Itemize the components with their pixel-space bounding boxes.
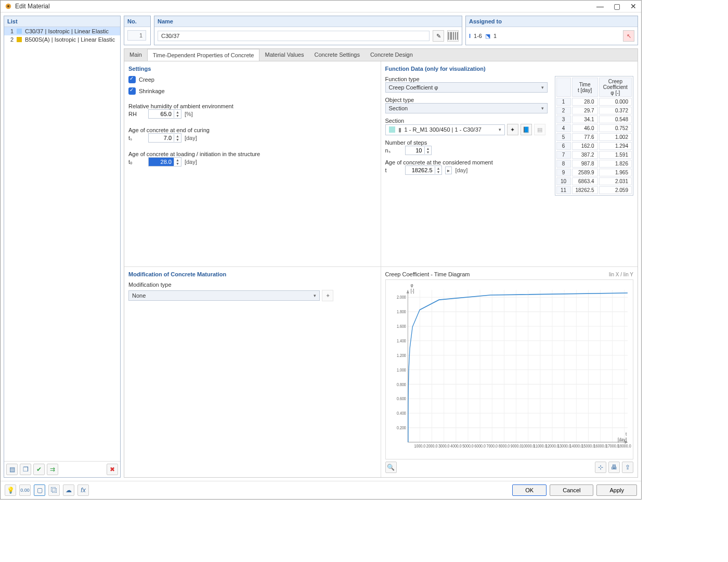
ts-unit: [day] [185, 135, 197, 141]
maximize-button[interactable]: ▢ [613, 3, 620, 10]
apply-all-button[interactable]: ⇉ [47, 464, 58, 475]
rh-symbol: RH [128, 111, 145, 117]
section-new-button[interactable]: ✦ [507, 124, 518, 135]
svg-text:18000.0: 18000.0 [618, 444, 631, 449]
section-edit-button[interactable]: ▤ [534, 124, 545, 135]
help-button[interactable]: 💡 [5, 484, 16, 496]
chart-area: 0.2000.4000.6000.8001.0001.2001.4001.600… [385, 279, 634, 459]
creep-checkbox[interactable] [128, 76, 136, 83]
tab-time-dependent[interactable]: Time-Dependent Properties of Concrete [147, 49, 260, 61]
delete-button[interactable]: ✖ [107, 464, 118, 475]
svg-text:16000.0: 16000.0 [593, 444, 607, 449]
chart-print-button[interactable]: 🖶 [608, 462, 620, 473]
modification-header: Modification of Concrete Maturation [128, 271, 376, 277]
no-value: 1 [127, 30, 146, 41]
color-swatch [17, 37, 22, 42]
list-item-label: B500S(A) | Isotropic | Linear Elastic [25, 36, 115, 43]
shrinkage-label: Shrinkage [139, 88, 165, 94]
steps-symbol: nₛ [385, 147, 402, 154]
steps-label: Number of steps [385, 139, 552, 146]
svg-text:0.200: 0.200 [397, 425, 406, 430]
ts-input[interactable]: ▲▼ [148, 133, 181, 143]
table-row[interactable]: 446.00.752 [556, 124, 632, 132]
chart-axis-button[interactable]: ⊹ [595, 462, 606, 473]
table-row[interactable]: 577.61.002 [556, 133, 632, 141]
edit-name-button[interactable]: ✎ [433, 30, 444, 42]
tab-concrete-design[interactable]: Concrete Design [365, 49, 418, 61]
list-item-no: 2 [6, 36, 14, 43]
svg-text:10000.0: 10000.0 [521, 444, 535, 449]
rh-label: Relative humidity of ambient environment [128, 103, 376, 109]
tab-main[interactable]: Main [124, 49, 147, 61]
list-item[interactable]: 1 C30/37 | Isotropic | Linear Elastic [4, 27, 120, 35]
close-button[interactable]: ✕ [630, 3, 637, 10]
script-button[interactable]: fx [77, 484, 89, 496]
cancel-button[interactable]: Cancel [550, 484, 593, 496]
section-dropdown[interactable]: ▮1 - R_M1 300/450 | 1 - C30/37 ▾ [385, 124, 505, 135]
t0-symbol: t₀ [128, 159, 145, 165]
svg-text:0.400: 0.400 [397, 411, 406, 416]
tab-material-values[interactable]: Material Values [259, 49, 309, 61]
check-button[interactable]: ✔ [33, 464, 45, 475]
table-row[interactable]: 8987.81.826 [556, 160, 632, 168]
chart-scale-label: lin X / lin Y [609, 272, 633, 277]
table-row[interactable]: 334.10.548 [556, 116, 632, 123]
section-library-button[interactable]: 📘 [521, 124, 532, 135]
svg-text:6000.0: 6000.0 [474, 444, 486, 449]
table-row[interactable]: 229.70.372 [556, 107, 632, 114]
tab-concrete-settings[interactable]: Concrete Settings [309, 49, 365, 61]
table-row[interactable]: 6162.01.294 [556, 142, 632, 150]
barcode-button[interactable] [447, 30, 459, 42]
age-t-input[interactable]: ▲▼ [405, 165, 443, 175]
view-tree-button[interactable]: ⿻ [48, 484, 60, 496]
modification-dropdown[interactable]: None▾ [128, 290, 320, 301]
age-t-skip[interactable]: ▸ [445, 167, 452, 174]
svg-text:2000.0: 2000.0 [426, 444, 437, 449]
list-item[interactable]: 2 B500S(A) | Isotropic | Linear Elastic [4, 35, 120, 44]
svg-text:[day]: [day] [618, 437, 627, 442]
list-item-no: 1 [6, 28, 14, 34]
shrinkage-checkbox[interactable] [128, 87, 136, 95]
object-type-dropdown[interactable]: Section▾ [385, 103, 548, 113]
svg-text:5000.0: 5000.0 [462, 444, 474, 449]
copy-button[interactable]: ❐ [20, 464, 31, 475]
table-row[interactable]: 106863.42.031 [556, 177, 632, 185]
table-row[interactable]: 92589.91.965 [556, 169, 632, 176]
name-label: Name [154, 16, 462, 27]
svg-text:15000.0: 15000.0 [581, 444, 595, 449]
minimize-button[interactable]: ― [596, 3, 604, 10]
view-2d-button[interactable]: ▢ [34, 484, 45, 496]
svg-text:0.600: 0.600 [397, 397, 406, 402]
ok-button[interactable]: OK [512, 484, 547, 496]
function-type-dropdown[interactable]: Creep Coefficient φ▾ [385, 82, 548, 93]
ts-label: Age of concrete at end of curing [128, 127, 376, 133]
svg-text:7000.0: 7000.0 [486, 444, 498, 449]
function-data-header: Function Data (only for visualization) [385, 66, 634, 72]
units-button[interactable]: 0.00 [19, 484, 31, 496]
t0-input[interactable]: ▲▼ [148, 157, 181, 167]
table-row[interactable]: 1118262.52.059 [556, 186, 632, 194]
svg-text:1.600: 1.600 [397, 324, 406, 329]
new-button[interactable]: ▤ [6, 464, 18, 475]
steps-input[interactable]: ▲▼ [405, 146, 432, 155]
table-row[interactable]: 128.00.000 [556, 98, 632, 106]
modification-new-button[interactable]: ✦ [322, 290, 333, 301]
age-t-unit: [day] [455, 167, 467, 173]
window-title: Edit Material [15, 3, 596, 10]
assigned-sections: 1-6 [474, 33, 482, 39]
name-input[interactable]: C30/37 [158, 31, 430, 41]
svg-text:12000.0: 12000.0 [545, 444, 559, 449]
pick-button[interactable]: ↖ [623, 30, 634, 42]
svg-text:1.200: 1.200 [397, 353, 406, 358]
table-row[interactable]: 7387.21.591 [556, 151, 632, 159]
t0-label: Age of concrete at loading / initiation … [128, 151, 376, 157]
cloud-button[interactable]: ☁ [63, 484, 74, 496]
chart-export-button[interactable]: ⇪ [622, 462, 633, 473]
age-t-symbol: t [385, 167, 402, 173]
apply-button[interactable]: Apply [596, 484, 637, 496]
svg-text:φ: φ [410, 282, 413, 288]
section-swatch [389, 126, 395, 133]
chart-zoom-button[interactable]: 🔍 [385, 462, 397, 473]
svg-text:1.400: 1.400 [397, 338, 406, 343]
rh-input[interactable]: ▲▼ [148, 109, 181, 119]
